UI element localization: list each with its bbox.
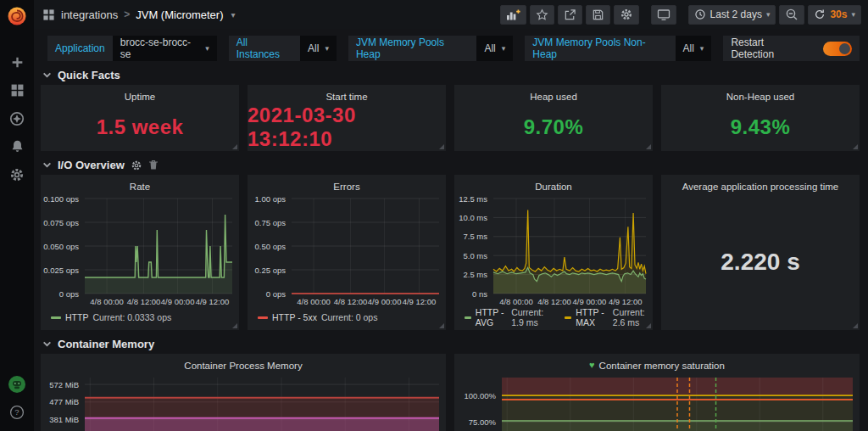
legend-item[interactable]: HTTP - MAXCurrent: 2.6 ms — [565, 307, 653, 327]
share-dashboard-button[interactable] — [558, 5, 582, 25]
svg-text:0.50 ops: 0.50 ops — [255, 242, 287, 251]
save-dashboard-button[interactable] — [586, 5, 610, 25]
star-icon — [536, 8, 548, 21]
clock-icon — [694, 8, 706, 20]
legend-swatch — [258, 316, 268, 319]
zoom-out-time-button[interactable] — [779, 5, 804, 25]
time-range-picker[interactable]: Last 2 days ▾ — [688, 5, 776, 25]
add-panel-icon — [506, 8, 520, 21]
container-memory-saturation-chart[interactable]: 100.00%75.00%50.00% — [454, 372, 860, 431]
time-range-caret-icon: ▾ — [766, 10, 771, 19]
panel-title[interactable]: Rate — [41, 175, 239, 193]
sidebar: ? — [0, 0, 34, 431]
panel-uptime: Uptime 1.5 week — [41, 85, 239, 151]
restart-detection-toggle[interactable] — [823, 42, 852, 56]
rate-chart[interactable]: 0 ops0.025 ops0.050 ops0.075 ops0.100 op… — [41, 193, 239, 309]
create-plus-icon[interactable] — [0, 48, 34, 76]
title-caret-icon[interactable]: ▾ — [231, 10, 236, 20]
row-settings-gear-icon[interactable] — [131, 160, 142, 171]
alerting-bell-icon[interactable] — [0, 132, 34, 160]
rate-legend: HTTPCurrent: 0.0333 ops — [41, 309, 239, 326]
svg-text:0.075 ops: 0.075 ops — [43, 218, 79, 227]
chevron-down-icon: ▾ — [700, 44, 704, 53]
svg-text:4/8 00:00: 4/8 00:00 — [499, 297, 533, 306]
chevron-down-icon — [42, 162, 52, 168]
share-icon — [564, 8, 576, 21]
panel-container-memory-saturation: ♥ Container memory saturation 100.00%75.… — [454, 354, 860, 431]
refresh-icon — [814, 8, 826, 20]
section-title: Quick Facts — [58, 69, 120, 81]
panel-container-process-memory: Container Process Memory 572 MiB477 MiB3… — [41, 354, 446, 431]
configuration-gear-icon[interactable] — [0, 160, 34, 188]
svg-text:4/9 12:00: 4/9 12:00 — [196, 297, 230, 306]
breadcrumb[interactable]: integrations > JVM (Micrometer) ▾ — [42, 8, 236, 21]
grafana-logo[interactable] — [7, 6, 27, 26]
filter-nonheap-pools-value: All — [683, 42, 694, 54]
svg-text:4/8 12:00: 4/8 12:00 — [537, 297, 571, 306]
restart-detection-label: Restart Detection — [723, 36, 815, 61]
svg-text:5.0 ms: 5.0 ms — [463, 251, 487, 260]
restart-detection-control: Restart Detection — [723, 36, 860, 61]
svg-text:0 ns: 0 ns — [472, 289, 487, 299]
svg-text:7.5 ms: 7.5 ms — [463, 232, 487, 241]
legend-item[interactable]: HTTP - 5xxCurrent: 0 ops — [258, 312, 377, 322]
svg-text:4/8 12:00: 4/8 12:00 — [334, 297, 368, 306]
section-title: Container Memory — [58, 338, 154, 350]
legend-item[interactable]: HTTPCurrent: 0.0333 ops — [51, 312, 171, 322]
star-dashboard-button[interactable] — [530, 5, 554, 25]
svg-text:4/9 00:00: 4/9 00:00 — [573, 297, 607, 306]
time-range-label: Last 2 days — [710, 8, 762, 20]
row-delete-trash-icon[interactable] — [148, 160, 159, 171]
filter-instances[interactable]: All Instances All▾ — [229, 36, 337, 61]
svg-text:0 ops: 0 ops — [266, 289, 286, 299]
gear-icon — [620, 8, 633, 21]
errors-legend: HTTP - 5xxCurrent: 0 ops — [248, 309, 446, 326]
panel-title[interactable]: Heap used — [454, 85, 653, 104]
refresh-picker[interactable]: 30s ▾ — [808, 5, 861, 25]
heap-used-value: 9.70% — [454, 104, 653, 151]
svg-text:100.00%: 100.00% — [464, 391, 496, 400]
panel-title[interactable]: Uptime — [41, 85, 239, 104]
refresh-caret-icon: ▾ — [851, 10, 855, 19]
filter-nonheap-pools[interactable]: JVM Memory Pools Non-Heap All▾ — [525, 36, 711, 61]
dashboard-settings-button[interactable] — [614, 5, 639, 25]
dashboard-title[interactable]: JVM (Micrometer) — [136, 8, 223, 21]
section-container-memory[interactable]: Container Memory — [42, 338, 860, 350]
svg-text:4/9 12:00: 4/9 12:00 — [403, 297, 437, 306]
svg-text:0.25 ops: 0.25 ops — [255, 266, 287, 275]
panel-title[interactable]: Non-Heap used — [661, 85, 860, 104]
tv-mode-button[interactable] — [651, 5, 676, 25]
errors-chart[interactable]: 0 ops0.25 ops0.50 ops0.75 ops1.00 ops4/8… — [248, 193, 446, 309]
help-icon[interactable]: ? — [0, 398, 34, 426]
top-nav: integrations > JVM (Micrometer) ▾ Last 2… — [34, 0, 868, 29]
filter-application[interactable]: Application brocc-se-brocc-se▾ — [47, 36, 217, 61]
filter-heap-pools-value: All — [484, 42, 495, 54]
uptime-value: 1.5 week — [41, 104, 239, 151]
nonheap-used-value: 9.43% — [661, 104, 860, 151]
start-time-value: 2021-03-30 13:12:10 — [248, 104, 446, 151]
svg-text:4/8 12:00: 4/8 12:00 — [127, 297, 161, 306]
section-io-overview[interactable]: I/O Overview — [42, 159, 860, 171]
svg-text:0.100 ops: 0.100 ops — [43, 194, 79, 204]
panel-title[interactable]: Container Process Memory — [41, 354, 446, 372]
chevron-down-icon: ▾ — [502, 44, 506, 53]
panel-title[interactable]: Start time — [248, 85, 446, 104]
panel-title[interactable]: Duration — [454, 175, 653, 193]
legend-item[interactable]: HTTP - AVGCurrent: 1.9 ms — [465, 307, 551, 327]
legend-swatch — [465, 316, 471, 319]
svg-text:2.5 ms: 2.5 ms — [463, 270, 487, 279]
duration-chart[interactable]: 0 ns2.5 ms5.0 ms7.5 ms10.0 ms12.5 ms4/8 … — [454, 193, 653, 309]
panel-title[interactable]: Average application processing time — [661, 175, 860, 193]
add-panel-button[interactable] — [500, 5, 526, 25]
breadcrumb-section[interactable]: integrations — [61, 8, 118, 21]
container-process-memory-chart[interactable]: 572 MiB477 MiB381 MiB286 MiB — [41, 372, 446, 431]
user-avatar[interactable] — [0, 370, 34, 398]
monitor-icon — [657, 8, 670, 21]
section-quick-facts[interactable]: Quick Facts — [42, 69, 860, 81]
filter-heap-pools[interactable]: JVM Memory Pools Heap All▾ — [348, 36, 513, 61]
explore-compass-icon[interactable] — [0, 104, 34, 132]
svg-text:477 MiB: 477 MiB — [49, 397, 79, 406]
svg-text:4/9 00:00: 4/9 00:00 — [161, 297, 195, 306]
panel-title[interactable]: Errors — [248, 175, 446, 193]
dashboards-icon[interactable] — [0, 76, 34, 104]
